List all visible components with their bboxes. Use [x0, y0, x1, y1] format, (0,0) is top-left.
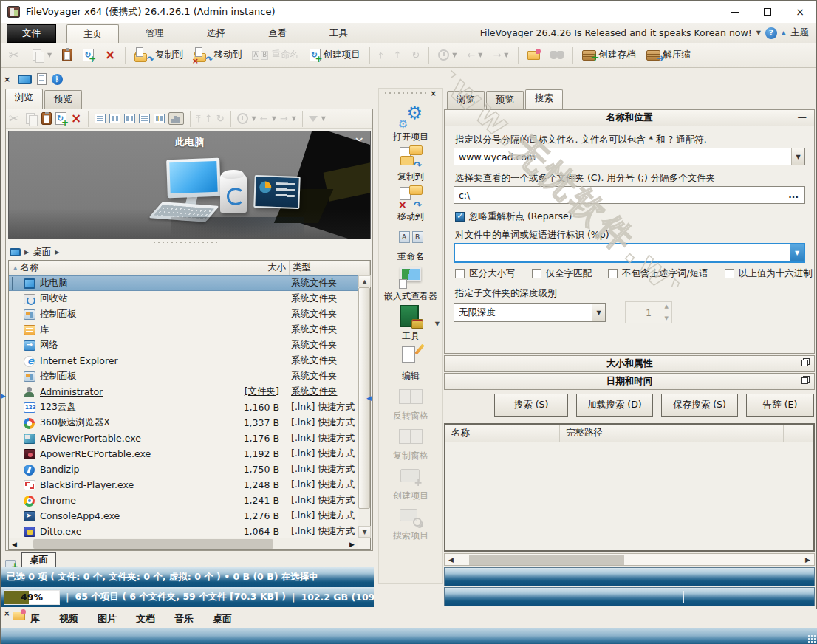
refresh-new-button[interactable] — [79, 47, 98, 64]
bluetooth-icon[interactable]: ᛒ — [52, 74, 63, 85]
file-row[interactable]: Administrator[文件夹]系统文件夹 — [9, 384, 358, 400]
vtool-copyto[interactable]: ↷复制到 — [379, 145, 442, 183]
reparse-checkbox[interactable] — [455, 212, 465, 222]
history-button[interactable]: ▼ — [434, 47, 460, 63]
depth-select[interactable]: 无限深度 ▼ — [454, 303, 606, 322]
chevron-down-icon[interactable]: ▼ — [592, 304, 605, 321]
splitter-collapse-icon[interactable]: ◀ — [366, 394, 372, 402]
row-checkbox[interactable] — [12, 277, 13, 290]
close-button[interactable]: × — [784, 1, 816, 22]
tab-file[interactable]: 文件 — [7, 24, 56, 43]
paste-button[interactable] — [58, 47, 76, 64]
copy-to-button[interactable]: ↷复制到 — [131, 47, 187, 64]
section-header-datetime[interactable]: 日期和时间 — [444, 373, 815, 390]
copy-button[interactable]: ▼ — [29, 47, 55, 64]
pane-up-icon[interactable]: ↑ — [205, 113, 213, 124]
news-banner[interactable]: FileVoyager 26.4.26 Is Released and it s… — [480, 27, 752, 38]
ribbon-collapse-icon[interactable]: ▲ — [782, 30, 786, 36]
restore-section-icon[interactable] — [801, 377, 808, 384]
toolbar-close-icon[interactable]: × — [431, 89, 437, 97]
scroll-right-icon[interactable]: ▶ — [801, 556, 814, 564]
pane-back-icon[interactable]: ← — [260, 113, 268, 124]
tray-item-音乐[interactable]: 音乐 — [174, 612, 194, 626]
option-checkbox[interactable] — [608, 269, 618, 278]
favorites-button[interactable] — [524, 49, 544, 62]
pane-paste-icon[interactable] — [41, 112, 52, 125]
results-horizontal-scrollbar[interactable]: ◀ ▶ — [444, 553, 815, 566]
results-column-path[interactable]: 完整路径 — [560, 425, 784, 442]
news-dropdown-icon[interactable]: ▼ — [756, 30, 761, 36]
phrase-combobox[interactable]: ▼ — [454, 243, 805, 263]
file-row[interactable]: Chrome1,241 B[.lnk] 快捷方式 — [9, 493, 358, 508]
go-top-button[interactable]: ⤒ — [375, 47, 387, 64]
option-checkbox[interactable] — [532, 269, 541, 278]
rename-button[interactable]: AB重命名 — [248, 47, 303, 64]
resize-grip[interactable] — [807, 634, 816, 643]
help-icon[interactable]: ? — [765, 27, 777, 39]
left-tab-预览[interactable]: 预览 — [44, 90, 82, 109]
create-item-button[interactable]: 创建项目 — [306, 47, 364, 64]
right-tab-浏览[interactable]: 浏览 — [447, 91, 485, 109]
desktop-tab[interactable]: 桌面 — [21, 552, 56, 569]
tray-folder-icon[interactable] — [13, 612, 25, 620]
file-row[interactable]: 123云盘1,160 B[.lnk] 快捷方式 — [9, 400, 358, 415]
vtool-newitem[interactable]: 创建项目 — [379, 464, 442, 502]
restore-section-icon[interactable] — [801, 360, 808, 366]
folders-value[interactable]: c:\ — [454, 190, 782, 201]
file-row[interactable]: ApowerRECPortable.exe1,192 B[.lnk] 快捷方式 — [9, 446, 358, 462]
file-row[interactable]: Ditto.exe1,064 B[.lnk] 快捷方式 — [9, 524, 358, 538]
file-row[interactable]: 库系统文件夹 — [9, 322, 358, 338]
tray-item-视频[interactable]: 视频 — [59, 612, 78, 626]
ribbon-tab-选择[interactable]: 选择 — [191, 24, 242, 43]
scroll-left-icon[interactable]: ◀ — [9, 541, 20, 548]
section-header-name-location[interactable]: 名称和位置— — [445, 110, 814, 126]
collapse-section-icon[interactable]: — — [798, 112, 807, 123]
file-row[interactable]: 此电脑系统文件夹 — [9, 275, 358, 291]
move-to-button[interactable]: ×↷移动到 — [190, 47, 246, 64]
sync-button[interactable]: ↻ — [408, 47, 423, 63]
extract-button[interactable]: ➜解压缩 — [643, 47, 695, 64]
tray-close-icon[interactable]: × — [4, 609, 10, 617]
file-row[interactable]: 控制面板系统文件夹 — [9, 369, 358, 384]
view-list-icon[interactable] — [109, 114, 120, 123]
column-header-name[interactable]: ▲名称 — [9, 261, 230, 275]
vtool-invert[interactable]: 反转窗格 — [379, 384, 442, 422]
close-pane-icon[interactable]: × — [4, 75, 13, 84]
view-chart-button[interactable] — [168, 112, 184, 125]
search-button-1[interactable]: 搜索 (S) — [494, 394, 568, 417]
go-up-button[interactable]: ↑ — [389, 47, 405, 63]
file-row[interactable]: 回收站系统文件夹 — [9, 291, 358, 306]
search-button-2[interactable]: 加载搜索 (D) — [576, 394, 653, 417]
breadcrumb-pc-icon[interactable] — [10, 248, 21, 256]
maximize-button[interactable] — [751, 1, 784, 22]
chevron-down-icon[interactable]: ▼ — [791, 148, 804, 165]
tray-item-图片[interactable]: 图片 — [98, 612, 117, 626]
section-header-size-attrs[interactable]: 大小和属性 — [444, 355, 815, 372]
breadcrumb-chevron-icon[interactable]: ▶ — [55, 249, 59, 256]
file-row[interactable]: BlackBird-Player.exe1,248 B[.lnk] 快捷方式 — [9, 477, 358, 493]
right-tab-搜索[interactable]: 搜索 — [525, 89, 563, 109]
view-content-icon[interactable] — [154, 114, 165, 123]
filter-icon[interactable] — [309, 116, 318, 122]
dropdown-caret-icon[interactable]: ▼ — [435, 321, 440, 327]
pane-forward-icon[interactable]: → — [280, 113, 288, 124]
ribbon-tab-工具[interactable]: 工具 — [313, 24, 364, 43]
browse-button[interactable]: ... — [782, 190, 804, 200]
file-row[interactable]: 网络系统文件夹 — [9, 338, 358, 353]
vtool-tools[interactable]: ▼工具 — [379, 304, 442, 343]
spin-up-icon[interactable]: ▲ — [665, 304, 669, 309]
breadcrumb-desktop[interactable]: 桌面 — [33, 246, 51, 258]
filename-value[interactable]: www.wycad.com — [454, 151, 791, 162]
cut-button[interactable] — [5, 47, 26, 64]
vtool-copypane[interactable]: 复制窗格 — [379, 424, 442, 462]
breadcrumb-chevron-icon[interactable]: ▶ — [24, 249, 29, 256]
tray-item-库[interactable]: 库 — [30, 612, 40, 626]
vtool-rename[interactable]: 重命名 — [379, 225, 442, 263]
preview-resize-handle[interactable] — [154, 242, 220, 243]
theme-button[interactable]: 主题 — [790, 27, 809, 39]
file-row[interactable]: Internet Explorer系统文件夹 — [9, 353, 358, 369]
scroll-up-icon[interactable]: ▲ — [358, 275, 371, 287]
vtool-edit[interactable]: 编辑 — [379, 344, 442, 383]
option-checkbox[interactable] — [455, 269, 465, 278]
search-tool-button[interactable] — [547, 49, 567, 62]
